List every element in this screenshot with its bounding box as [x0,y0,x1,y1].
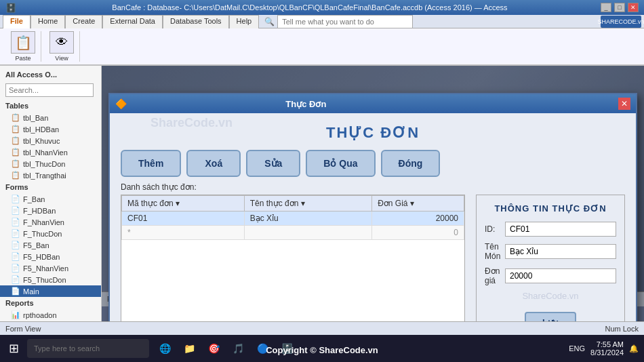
taskbar-icon-music[interactable]: 🎵 [228,338,248,359]
report-icon: 📊 [11,310,20,319]
form-icon: 📄 [11,195,20,203]
bo-qua-button[interactable]: Bỏ Qua [306,150,375,177]
table-wrapper: Mã thực đơn ▾ Tên thực đơn ▾ Đơn Giá ▾ C [121,195,465,321]
close-btn[interactable]: ✕ [628,3,639,12]
cell-new-marker: * [122,226,245,240]
sidebar-item-f-ban[interactable]: 📄F_Ban [0,193,101,205]
modal-overlay: 🔶 Thực Đơn ✕ ShareCode.vn THỰC ĐƠN T [102,66,644,321]
tab-file[interactable]: File [3,15,31,28]
info-row-id: ID: [485,222,616,237]
sidebar-item-f5-nhanvien[interactable]: 📄F5_NhanVien [0,262,101,274]
sidebar-all-access[interactable]: All Access O... [0,68,101,81]
sidebar-section-forms[interactable]: Forms [0,181,101,193]
modal-close-button[interactable]: ✕ [618,98,630,110]
sidebar-item-main[interactable]: 📄Main [0,285,101,297]
form-icon: 📄 [11,218,20,226]
ribbon-tabs: File Home Create External Data Database … [3,15,413,28]
modal-title: Thực Đơn [285,99,451,109]
ribbon-group-clipboard: 📋 Paste [5,31,41,62]
form-icon: 📄 [11,264,20,273]
sidebar-item-f-thucdon[interactable]: 📄F_ThucDon [0,228,101,239]
don-gia-input[interactable] [505,268,616,283]
col-don-gia[interactable]: Đơn Giá ▾ [372,196,464,212]
taskbar-icon-app3[interactable]: 🎯 [203,338,224,359]
id-label: ID: [485,224,501,234]
sidebar-item-tbl-nhanvien[interactable]: 📋tbl_NhanVien [0,146,101,158]
cell-new-gia: 0 [372,226,464,240]
thuc-don-modal: 🔶 Thực Đơn ✕ ShareCode.vn THỰC ĐƠN T [108,93,637,321]
sidebar-item-f5-thucdon[interactable]: 📄F5_ThucDon [0,274,101,285]
sidebar-item-rpthoadon[interactable]: 📊rpthoadon [0,309,101,321]
form-icon: 📄 [11,229,20,238]
table-icon: 📋 [11,136,20,145]
id-input[interactable] [505,222,616,237]
sidebar-section-tables[interactable]: Tables [0,100,101,112]
view-button[interactable]: 👁 [49,31,74,54]
minimize-btn[interactable]: _ [601,3,611,12]
taskbar-icon-explorer[interactable]: 📁 [179,338,199,359]
main-content: ID: .... ShareCode.vn Record: |◄ ◄ 1 of … [102,66,644,321]
title-bar: 🗄️ BanCafe : Database- C:\Users\DatMail.… [0,0,644,15]
tab-help[interactable]: Help [229,15,260,28]
sidebar-item-f5-hdban[interactable]: 📄F5_HDBan [0,251,101,262]
sidebar-search[interactable] [5,83,94,97]
col-ten-thuc-don[interactable]: Tên thực đơn ▾ [244,196,371,212]
sidebar-item-f-nhanvien[interactable]: 📄F_NhanVien [0,216,101,228]
sua-button[interactable]: Sửa [246,150,300,177]
taskbar: ⊞ 🌐 📁 🎯 🎵 🔵 🗄️ Copyright © ShareCode.vn … [0,335,644,362]
view-label: View [55,55,68,62]
taskbar-search-input[interactable] [27,339,149,358]
xoa-button[interactable]: Xoá [186,150,241,177]
ten-mon-input[interactable] [505,244,616,259]
col-ma-thuc-don[interactable]: Mã thực đơn ▾ [122,196,245,212]
taskbar-icon-edge[interactable]: 🌐 [155,338,175,359]
tab-home[interactable]: Home [31,15,65,28]
sidebar: All Access O... Tables 📋tbl_Ban 📋tbl_HDB… [0,66,102,321]
sidebar-item-tbl-trangthai[interactable]: 📋tbl_Trangthai [0,169,101,181]
sidebar-item-f-hdban[interactable]: 📄F_HDBan [0,205,101,216]
info-row-ten-mon: Tên Món [485,242,616,261]
table-container: Mã thực đơn ▾ Tên thực đơn ▾ Đơn Giá ▾ C [121,195,465,321]
start-button[interactable]: ⊞ [0,335,27,362]
danh-sach-label: Danh sách thực đơn: [121,182,625,192]
ribbon-search-input[interactable] [277,15,413,28]
paste-button[interactable]: 📋 [11,31,35,54]
tab-database-tools[interactable]: Database Tools [163,15,229,28]
info-panel-title: THÔNG TIN THỰC ĐƠN [485,203,616,214]
cell-don-gia: 20000 [372,212,464,226]
taskbar-notification[interactable]: 🔔 [629,344,639,353]
table-new-row[interactable]: * 0 [122,226,464,240]
access-window: 🗄️ BanCafe : Database- C:\Users\DatMail.… [0,0,644,335]
search-icon: 🔍 [264,17,275,26]
ribbon-controls: 📋 Paste 👁 View [0,28,644,66]
tab-create[interactable]: Create [65,15,102,28]
sidebar-item-tbl-hdban[interactable]: 📋tbl_HDBan [0,123,101,135]
data-table: Mã thực đơn ▾ Tên thực đơn ▾ Đơn Giá ▾ C [121,195,464,240]
taskbar-clock: 7:55 AM 8/31/2024 [590,340,624,357]
tab-external-data[interactable]: External Data [102,15,163,28]
form-view-label: Form View [5,325,41,333]
luu-button[interactable]: Lưu [525,312,576,321]
restore-btn[interactable]: □ [614,3,625,12]
ten-mon-label: Tên Món [485,242,501,261]
modal-body: ShareCode.vn THỰC ĐƠN Thêm Xoá Sửa Bỏ Qu… [110,113,636,321]
sidebar-item-f5-ban[interactable]: 📄F5_Ban [0,239,101,251]
table-icon: 📋 [11,113,20,122]
don-gia-label: Đơn giá [485,266,501,285]
content-area: All Access O... Tables 📋tbl_Ban 📋tbl_HDB… [0,66,644,321]
search-area: 🔍 [264,15,413,28]
table-row[interactable]: CF01 Bạc Xỉu 20000 [122,212,464,226]
table-section: Mã thực đơn ▾ Tên thực đơn ▾ Đơn Giá ▾ C [121,195,625,321]
modal-title-bar: 🔶 Thực Đơn ✕ [110,94,636,113]
sidebar-item-tbl-thucdon[interactable]: 📋tbl_ThucDon [0,158,101,169]
taskbar-copyright: Copyright © ShareCode.vn [266,345,378,355]
form-icon: 📄 [11,206,20,215]
sidebar-item-tbl-ban[interactable]: 📋tbl_Ban [0,112,101,123]
them-button[interactable]: Thêm [121,150,181,177]
sidebar-section-reports[interactable]: Reports [0,297,101,309]
dong-button[interactable]: Đóng [381,150,441,177]
info-panel-watermark: ShareCode.vn [485,291,616,301]
sidebar-item-tbl-khuvuc[interactable]: 📋tbl_Khuvuc [0,135,101,146]
form-icon-active: 📄 [11,287,20,296]
info-panel: THÔNG TIN THỰC ĐƠN ID: Tên Món [476,195,625,321]
